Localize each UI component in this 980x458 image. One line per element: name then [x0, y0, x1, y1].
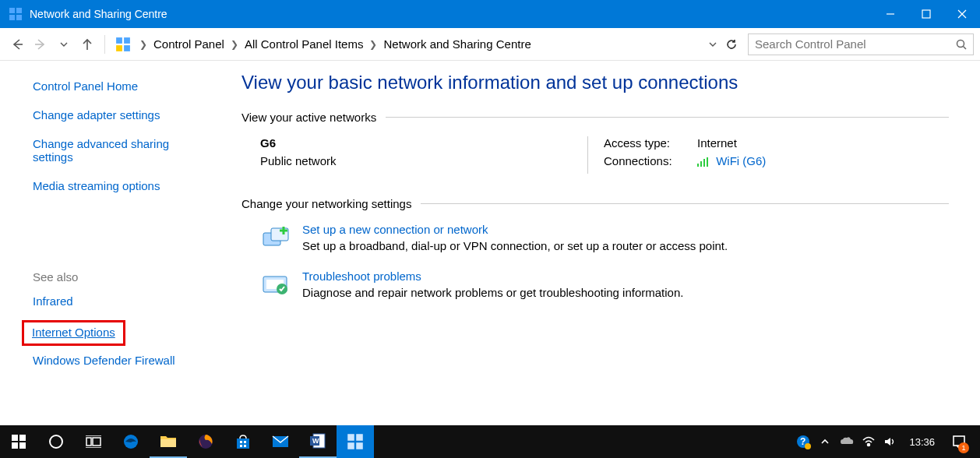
access-type-value: Internet	[697, 136, 737, 150]
svg-rect-27	[12, 435, 18, 441]
close-button[interactable]	[944, 0, 980, 28]
back-button[interactable]	[6, 33, 28, 55]
svg-point-53	[805, 443, 811, 449]
svg-rect-39	[240, 441, 242, 443]
svg-rect-40	[244, 441, 246, 443]
recent-dropdown[interactable]	[53, 33, 75, 55]
sidebar-link[interactable]: Media streaming options	[33, 179, 160, 192]
system-tray: ? 13:36 1	[792, 425, 980, 458]
troubleshoot-icon	[260, 270, 291, 301]
svg-rect-28	[19, 435, 26, 441]
svg-rect-5	[922, 10, 930, 18]
main-content: View your basic network information and …	[234, 61, 980, 425]
svg-rect-20	[707, 157, 708, 167]
svg-rect-1	[16, 8, 22, 13]
change-settings-label: Change your networking settings	[241, 197, 411, 210]
address-icon	[115, 36, 132, 53]
breadcrumb-item[interactable]: Control Panel	[150, 37, 227, 51]
chevron-right-icon[interactable]: ❯	[227, 39, 241, 50]
svg-rect-11	[116, 37, 122, 44]
svg-rect-32	[86, 438, 91, 446]
svg-rect-12	[124, 37, 130, 44]
app-icon	[8, 6, 23, 22]
svg-point-15	[957, 40, 964, 47]
svg-point-54	[868, 444, 870, 446]
chevron-right-icon[interactable]: ❯	[136, 39, 150, 50]
notification-badge: 1	[958, 442, 969, 453]
wifi-signal-icon	[697, 156, 710, 169]
connections-label: Connections:	[604, 154, 697, 169]
nav-bar: ❯ Control Panel ❯ All Control Panel Item…	[0, 28, 980, 61]
control-panel-home-link[interactable]: Control Panel Home	[33, 79, 138, 93]
page-heading: View your basic network information and …	[241, 72, 949, 93]
divider-line	[421, 203, 949, 204]
svg-rect-49	[347, 442, 354, 449]
address-dropdown[interactable]	[704, 40, 721, 49]
svg-rect-2	[9, 15, 15, 20]
file-explorer-icon[interactable]	[150, 425, 187, 458]
notifications-button[interactable]: 1	[943, 425, 975, 458]
setup-connection-desc: Set up a broadband, dial-up or VPN conne…	[302, 239, 728, 252]
forward-button[interactable]	[30, 33, 51, 55]
network-type: Public network	[260, 154, 587, 167]
taskbar: W ? 13:36 1	[0, 425, 980, 458]
sidebar-link[interactable]: Change adapter settings	[33, 108, 160, 122]
vertical-divider	[587, 136, 588, 174]
edge-icon[interactable]	[112, 425, 150, 458]
svg-line-16	[964, 46, 967, 49]
svg-rect-48	[356, 434, 363, 441]
cortana-button[interactable]	[37, 425, 75, 458]
store-icon[interactable]	[224, 425, 262, 458]
breadcrumb-item[interactable]: Network and Sharing Centre	[380, 37, 534, 51]
clock[interactable]: 13:36	[901, 436, 943, 448]
svg-rect-33	[93, 438, 100, 446]
setup-connection-icon	[260, 223, 291, 254]
see-also-link[interactable]: Windows Defender Firewall	[33, 354, 218, 367]
highlighted-annotation: Internet Options	[22, 320, 125, 346]
up-button[interactable]	[76, 33, 98, 55]
wifi-tray-icon[interactable]	[858, 425, 880, 458]
svg-rect-41	[240, 445, 242, 447]
firefox-icon[interactable]	[187, 425, 224, 458]
see-also-link[interactable]: Infrared	[33, 294, 218, 308]
divider-line	[386, 117, 949, 118]
tray-chevron-up-icon[interactable]	[814, 425, 836, 458]
svg-rect-14	[124, 45, 130, 51]
connection-link[interactable]: WiFi (G6)	[716, 154, 766, 167]
maximize-button[interactable]	[908, 0, 944, 28]
refresh-button[interactable]	[721, 38, 742, 51]
sidebar-link[interactable]: Change advanced sharing settings	[33, 137, 196, 164]
window-title: Network and Sharing Centre	[30, 8, 167, 20]
svg-rect-0	[9, 8, 15, 13]
svg-rect-50	[356, 442, 363, 449]
minimize-button[interactable]	[872, 0, 908, 28]
search-box[interactable]	[748, 33, 974, 55]
svg-text:W: W	[312, 437, 319, 445]
setup-connection-link[interactable]: Set up a new connection or network	[302, 223, 728, 236]
svg-rect-13	[116, 45, 122, 51]
help-icon[interactable]: ?	[792, 425, 814, 458]
see-also-link-internet-options[interactable]: Internet Options	[32, 326, 115, 339]
svg-rect-19	[703, 159, 705, 167]
task-view-button[interactable]	[75, 425, 112, 458]
svg-rect-3	[16, 15, 22, 20]
svg-point-31	[50, 435, 62, 448]
mail-icon[interactable]	[262, 425, 299, 458]
search-input[interactable]	[753, 37, 954, 51]
troubleshoot-link[interactable]: Troubleshoot problems	[302, 270, 683, 283]
breadcrumb-item[interactable]: All Control Panel Items	[241, 37, 367, 51]
svg-rect-17	[697, 164, 699, 167]
word-icon[interactable]: W	[299, 425, 337, 458]
title-bar: Network and Sharing Centre	[0, 0, 980, 28]
sidebar: Control Panel Home Change adapter settin…	[0, 61, 234, 425]
svg-rect-30	[19, 442, 26, 449]
search-icon[interactable]	[954, 39, 968, 50]
volume-icon[interactable]	[880, 425, 901, 458]
svg-rect-47	[347, 434, 354, 441]
chevron-right-icon[interactable]: ❯	[366, 39, 380, 50]
start-button[interactable]	[0, 425, 37, 458]
active-networks-label: View your active networks	[241, 111, 376, 124]
svg-rect-42	[244, 445, 246, 447]
control-panel-taskbar-icon[interactable]	[337, 425, 374, 458]
onedrive-icon[interactable]	[836, 425, 858, 458]
